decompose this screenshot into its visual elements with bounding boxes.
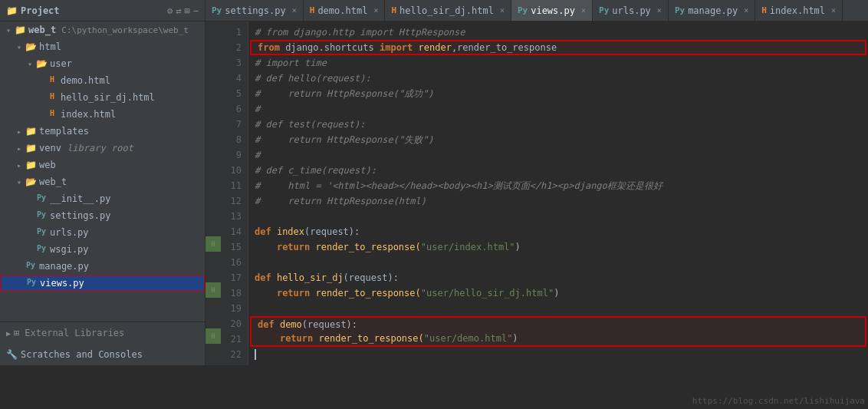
code-fn-name: hello_sir_dj bbox=[277, 270, 344, 285]
code-fn-name: index bbox=[277, 224, 304, 239]
code-close-paren: ) bbox=[515, 239, 521, 255]
code-def-kw: def bbox=[255, 270, 277, 285]
code-line-6[interactable]: # bbox=[248, 101, 868, 117]
code-line-17[interactable]: def hello_sir_dj(request): bbox=[248, 270, 868, 285]
tab-views[interactable]: Pyviews.py× bbox=[511, 0, 593, 21]
sidebar-item-scratches[interactable]: 🔧 Scratches and Consoles bbox=[0, 344, 205, 365]
tab-index[interactable]: Hindex.html× bbox=[755, 0, 843, 21]
gutter-19 bbox=[205, 298, 221, 313]
tab-manage[interactable]: Pymanage.py× bbox=[669, 0, 755, 21]
sidebar-label-web_t-root: web_t C:\python_workspace\web_t bbox=[28, 25, 189, 35]
sidebar-label-wsgi-py: wsgi.py bbox=[50, 244, 89, 255]
py-urls-py-icon: Py bbox=[35, 227, 48, 238]
code-line-19[interactable] bbox=[248, 301, 868, 316]
tab-settings[interactable]: Pysettings.py× bbox=[205, 0, 304, 21]
expand-icon[interactable]: ⊞ bbox=[185, 5, 190, 16]
sidebar-item-hello-html[interactable]: Hhello_sir_dj.html bbox=[0, 89, 205, 106]
urls-tab-close[interactable]: × bbox=[657, 6, 662, 15]
tab-hello[interactable]: Hhello_sir_dj.html× bbox=[385, 0, 511, 21]
code-line-9[interactable]: # bbox=[248, 147, 868, 163]
sidebar-label-html: html bbox=[39, 41, 61, 52]
code-line-7[interactable]: # def test(request): bbox=[248, 117, 868, 132]
sidebar-item-urls-py[interactable]: Pyurls.py bbox=[0, 224, 205, 241]
sidebar-item-manage-py[interactable]: Pymanage.py bbox=[0, 258, 205, 275]
code-line-18[interactable]: return render_to_response("user/hello_si… bbox=[248, 285, 868, 301]
tab-urls[interactable]: Pyurls.py× bbox=[593, 0, 669, 21]
code-comment-9: # bbox=[255, 147, 260, 163]
sidebar-item-index-html[interactable]: Hindex.html bbox=[0, 106, 205, 123]
sidebar-item-user[interactable]: ▾📂user bbox=[0, 55, 205, 72]
sidebar-item-settings-py[interactable]: Pysettings.py bbox=[0, 207, 205, 224]
code-line-1[interactable]: # from django.http import HttpResponse bbox=[248, 25, 868, 40]
code-line-13[interactable] bbox=[248, 209, 868, 224]
hello-tab-label: hello_sir_dj.html bbox=[399, 5, 494, 16]
sidebar-label-web: web bbox=[39, 160, 56, 170]
code-line-2[interactable]: from django.shortcuts import render,rend… bbox=[250, 40, 866, 55]
code-lines[interactable]: # from django.http import HttpResponsefr… bbox=[248, 21, 868, 365]
code-line-16[interactable] bbox=[248, 255, 868, 270]
html-index-html-icon: H bbox=[46, 109, 58, 120]
gutter-18: H bbox=[205, 282, 221, 298]
sync-icon[interactable]: ⇄ bbox=[176, 5, 181, 16]
code-line-20[interactable]: def demo(request): bbox=[250, 316, 866, 331]
line-number-19: 19 bbox=[227, 301, 242, 316]
code-def-kw: def bbox=[258, 317, 280, 332]
code-line-22[interactable] bbox=[248, 347, 868, 362]
sidebar-item-views-py[interactable]: Pyviews.py bbox=[0, 275, 205, 292]
code-close-paren: ) bbox=[512, 331, 518, 346]
line-number-21: 21 bbox=[227, 331, 242, 347]
code-fn-call: render_to_response( bbox=[315, 239, 420, 255]
sidebar-item-web_t-sub[interactable]: ▾📂web_t bbox=[0, 173, 205, 190]
line-number-13: 13 bbox=[227, 209, 242, 224]
sidebar-item-init-py[interactable]: Py__init__.py bbox=[0, 190, 205, 207]
sidebar-item-demo-html[interactable]: Hdemo.html bbox=[0, 72, 205, 89]
code-line-11[interactable]: # html = '<html><head></head><body><h1>测… bbox=[248, 178, 868, 193]
code-line-14[interactable]: def index(request): bbox=[248, 224, 868, 239]
code-fn-name: demo bbox=[280, 317, 302, 332]
code-line-12[interactable]: # return HttpResponse(html) bbox=[248, 193, 868, 209]
sidebar-item-external-libraries[interactable]: ▶ ⊞ External Libraries bbox=[0, 322, 205, 344]
code-token: ,render_to_response bbox=[452, 40, 557, 55]
sidebar-item-wsgi-py[interactable]: Pywsgi.py bbox=[0, 241, 205, 258]
gutter-2 bbox=[205, 37, 221, 52]
code-line-3[interactable]: # import time bbox=[248, 55, 868, 71]
views-tab-close[interactable]: × bbox=[581, 6, 586, 15]
sidebar-item-venv[interactable]: ▸📁venv library root bbox=[0, 140, 205, 157]
sidebar-label-web_t-sub: web_t bbox=[39, 176, 67, 187]
code-comment-5: # return HttpResponse("成功") bbox=[255, 86, 434, 101]
gutter-4 bbox=[205, 68, 221, 83]
code-comment-11: # html = '<html><head></head><body><h1>测… bbox=[255, 178, 663, 193]
gutter-11 bbox=[205, 175, 221, 190]
gutter-8 bbox=[205, 129, 221, 144]
hello-tab-close[interactable]: × bbox=[500, 6, 505, 15]
settings-tab-close[interactable]: × bbox=[292, 6, 297, 15]
code-string: "user/index.html" bbox=[421, 239, 515, 255]
sidebar-label-views-py: views.py bbox=[40, 278, 84, 289]
line-number-3: 3 bbox=[227, 55, 242, 71]
tab-demo[interactable]: Hdemo.html× bbox=[304, 0, 386, 21]
manage-tab-close[interactable]: × bbox=[744, 6, 748, 15]
sidebar-item-web[interactable]: ▸📁web bbox=[0, 157, 205, 173]
code-line-5[interactable]: # return HttpResponse("成功") bbox=[248, 86, 868, 101]
code-comment-4: # def hello(request): bbox=[255, 71, 371, 86]
folder-web-icon: 📁 bbox=[25, 160, 37, 170]
code-line-10[interactable]: # def c_time(request): bbox=[248, 163, 868, 178]
sidebar-item-web_t-root[interactable]: ▾📁web_t C:\python_workspace\web_t bbox=[0, 21, 205, 38]
minimize-icon[interactable]: − bbox=[193, 5, 199, 16]
code-line-15[interactable]: return render_to_response("user/index.ht… bbox=[248, 239, 868, 255]
code-comment-8: # return HttpResponse("失败") bbox=[255, 132, 434, 147]
index-tab-close[interactable]: × bbox=[831, 6, 836, 15]
sidebar-label-hello-html: hello_sir_dj.html bbox=[61, 92, 155, 103]
code-line-21[interactable]: return render_to_response("user/demo.htm… bbox=[250, 331, 866, 347]
code-line-4[interactable]: # def hello(request): bbox=[248, 71, 868, 86]
code-line-8[interactable]: # return HttpResponse("失败") bbox=[248, 132, 868, 147]
line-number-2: 2 bbox=[227, 40, 242, 55]
gutter-1 bbox=[205, 21, 221, 37]
demo-tab-close[interactable]: × bbox=[373, 6, 378, 15]
code-container[interactable]: HHH 12345678910111213141516171819202122 … bbox=[205, 21, 868, 365]
settings-icon[interactable]: ⚙ bbox=[167, 5, 173, 16]
sidebar-item-html[interactable]: ▾📂html bbox=[0, 38, 205, 55]
code-comment-1: # from django.http import HttpResponse bbox=[255, 25, 465, 40]
sidebar-item-templates[interactable]: ▸📁templates bbox=[0, 123, 205, 140]
line-number-1: 1 bbox=[227, 25, 242, 40]
